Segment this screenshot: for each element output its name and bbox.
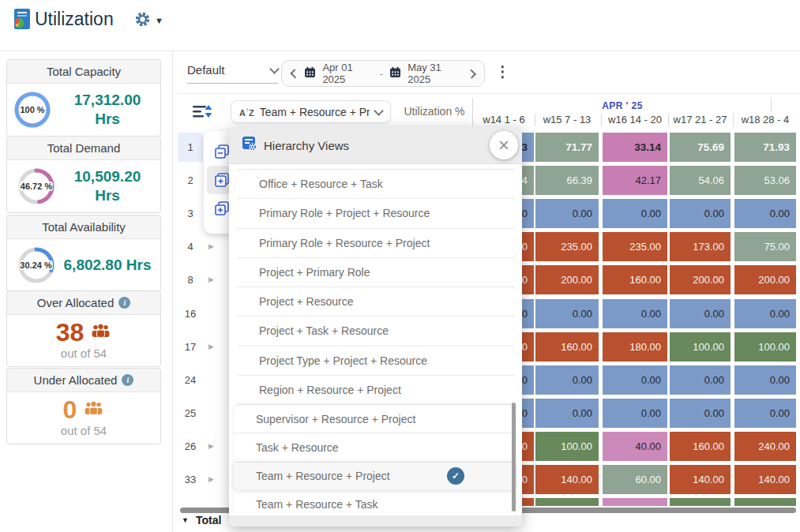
availability-value: 6,802.80 Hrs: [64, 256, 152, 275]
row-number: 3: [178, 199, 203, 228]
chevron-down-icon: [269, 64, 280, 74]
hierarchy-view-option[interactable]: Project + Resource: [237, 287, 515, 317]
hierarchy-views-list: Supervisor + Resource + ProjectTask + Re…: [234, 405, 515, 519]
utilization-cell: 0.00: [535, 399, 599, 428]
utilization-cell: 100.00: [734, 332, 796, 362]
row-number: 25: [178, 399, 203, 428]
utilization-cell: 33.14: [603, 133, 667, 162]
info-icon[interactable]: i: [118, 297, 130, 309]
utilization-cell: 0.00: [603, 399, 667, 428]
utilization-cell: 0.00: [535, 199, 599, 228]
hierarchy-view-option-label: Team + Resource + Project: [256, 470, 390, 482]
utilization-cell: 240.00: [734, 432, 796, 461]
modal-list-scrollbar[interactable]: [512, 403, 516, 511]
total-demand-title: Total Demand: [47, 141, 121, 155]
row-expand-icon[interactable]: ▶: [208, 332, 220, 362]
hierarchy-view-option[interactable]: Project + Task + Resource: [237, 317, 515, 346]
total-expander-icon[interactable]: ▼: [182, 516, 189, 524]
utilization-report-icon: [12, 8, 32, 34]
hierarchy-view-option[interactable]: Team + Resource + Project✓: [234, 463, 515, 491]
hierarchy-select-value: Team + Resource + Proj...: [260, 106, 370, 118]
hierarchy-views-list: Office + Resource + TaskPrimary Role + P…: [237, 169, 515, 405]
row-expand-icon[interactable]: ▶: [208, 265, 220, 294]
row-number: 24: [178, 365, 203, 395]
row-number: 2: [178, 166, 203, 195]
hierarchy-view-option[interactable]: Project + Primary Role: [237, 258, 515, 287]
hierarchy-menu-icon[interactable]: [192, 103, 212, 122]
utilization-cell: 0.00: [603, 199, 667, 228]
date-range-picker[interactable]: Apr 01 2025 - May 31 2025: [281, 60, 485, 87]
under-allocated-card: Under Allocated i 0 out of 54: [6, 368, 161, 444]
date-end[interactable]: May 31 2025: [408, 62, 461, 85]
view-select[interactable]: Default: [187, 63, 278, 84]
utilization-cell: 100.00: [535, 432, 599, 461]
month-header: APR ' 25: [474, 100, 771, 111]
capacity-donut: 100 %: [13, 90, 52, 129]
row-number: 16: [178, 299, 203, 328]
utilization-cell: 0.00: [603, 365, 667, 395]
more-options-kebab[interactable]: ⋮: [495, 62, 510, 83]
info-icon[interactable]: i: [122, 374, 133, 386]
utilization-cell: 53.06: [734, 166, 796, 195]
column-divider: [472, 98, 473, 126]
utilization-cell: 71.77: [535, 133, 599, 162]
prev-period-icon[interactable]: [290, 69, 299, 78]
hierarchy-view-option-label: Supervisor + Resource + Project: [256, 413, 415, 425]
utilization-cell: 140.00: [670, 465, 731, 494]
row-expand-icon[interactable]: ▶: [208, 465, 220, 494]
hierarchy-view-option-label: Project Type + Project + Resource: [259, 354, 427, 367]
under-allocated-sub: out of 54: [7, 422, 160, 444]
over-allocated-sub: out of 54: [7, 345, 160, 366]
hierarchy-view-option-label: Office + Resource + Task: [259, 178, 383, 190]
hierarchy-view-option[interactable]: Supervisor + Resource + Project: [234, 405, 515, 433]
modal-header: Hierarchy Views: [229, 127, 522, 164]
row-expand-icon[interactable]: ▶: [208, 432, 220, 461]
selected-check-badge: ✓: [447, 467, 464, 485]
hierarchy-view-option[interactable]: Primary Role + Project + Resource: [237, 199, 515, 228]
chevron-down-icon: [374, 106, 384, 116]
hierarchy-view-option[interactable]: Task + Resource: [234, 433, 515, 462]
total-availability-title: Total Availability: [42, 220, 126, 234]
under-allocated-count: 0: [63, 397, 77, 422]
week-header: w15 7 - 13: [535, 114, 599, 126]
sort-az-icon: A↑Z: [239, 107, 254, 118]
hierarchy-view-option[interactable]: Office + Resource + Task: [237, 170, 515, 199]
demand-percent: 46.72 %: [20, 182, 53, 191]
date-start[interactable]: Apr 01 2025: [322, 62, 373, 85]
utilization-cell: 0.00: [670, 299, 731, 328]
hierarchy-views-icon: [242, 136, 257, 155]
date-separator: -: [380, 68, 383, 80]
total-capacity-card: Total Capacity 100 % 17,312.00 Hrs: [6, 59, 161, 137]
utilization-cell: 140.00: [535, 465, 599, 494]
utilization-cell: 0.00: [670, 399, 731, 428]
row-number: 17: [178, 332, 203, 362]
availability-donut: 30.24 %: [17, 245, 56, 285]
utilization-cell-partial: [670, 498, 731, 506]
page-title: Utilization: [35, 9, 114, 30]
week-divider: [733, 114, 734, 126]
hierarchy-view-option[interactable]: Project Type + Project + Resource: [237, 347, 515, 376]
hierarchy-view-option[interactable]: Primary Role + Resource + Project: [237, 229, 515, 258]
header-divider: [0, 51, 800, 51]
hierarchy-select[interactable]: A↑Z Team + Resource + Proj...: [231, 100, 391, 123]
utilization-cell: 200.00: [670, 265, 731, 294]
utilization-cell-partial: [734, 498, 796, 506]
utilization-column-header: Utilization %: [399, 105, 470, 118]
utilization-cell: 100.00: [670, 332, 731, 362]
row-expand-icon[interactable]: ▶: [208, 232, 220, 261]
utilization-cell: 0.00: [734, 299, 796, 328]
people-icon: [90, 324, 111, 341]
next-period-icon[interactable]: [467, 69, 476, 78]
utilization-cell-partial: [603, 498, 667, 506]
title-dropdown-caret-icon[interactable]: ▼: [155, 16, 163, 25]
week-divider: [535, 114, 535, 126]
row-number: 26: [178, 432, 203, 461]
demand-donut: 46.72 %: [17, 167, 56, 206]
utilization-cell: 0.00: [603, 299, 667, 328]
over-allocated-title: Over Allocated: [37, 296, 115, 309]
total-availability-card: Total Availability 30.24 % 6,802.80 Hrs: [6, 215, 161, 292]
gear-icon[interactable]: [134, 11, 151, 31]
hierarchy-view-option[interactable]: Region + Resource + Project: [237, 376, 515, 405]
close-icon[interactable]: ×: [490, 131, 518, 159]
utilization-cell: 0.00: [734, 199, 796, 228]
